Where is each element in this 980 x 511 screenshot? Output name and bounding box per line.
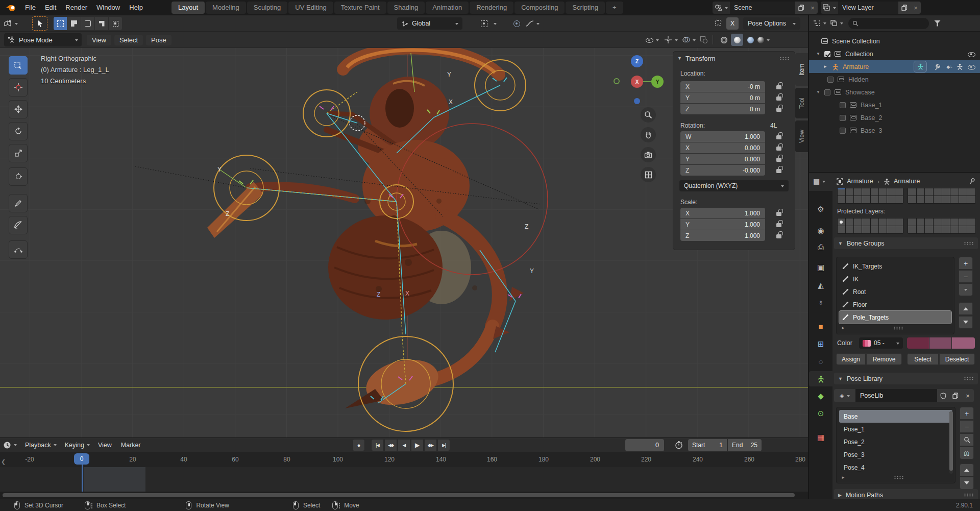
menu-file[interactable]: File	[20, 0, 40, 15]
breadcrumb-data[interactable]: Armature	[894, 178, 920, 185]
visibility-eye-icon[interactable]	[967, 63, 975, 70]
pose-apply-button[interactable]	[960, 433, 974, 446]
keying-menu[interactable]: Keying	[65, 442, 90, 449]
bone-group-move-up-button[interactable]	[959, 302, 973, 315]
lock-location-x[interactable]	[776, 82, 781, 89]
add-workspace-button[interactable]: +	[606, 2, 623, 14]
properties-tab-object-data[interactable]	[809, 371, 832, 386]
lock-scale-y[interactable]	[776, 220, 781, 227]
blender-logo-icon[interactable]	[5, 4, 16, 12]
viewport-menu-select[interactable]: Select	[114, 35, 143, 45]
view-layer-name-field[interactable]: View Layer	[838, 2, 898, 14]
timeline-view-menu[interactable]: View	[98, 442, 112, 449]
current-frame-field[interactable]: 0	[625, 439, 664, 451]
properties-tab-physics[interactable]: ◌	[809, 354, 832, 369]
menu-render[interactable]: Render	[61, 0, 92, 15]
rotation-lock-badge[interactable]: 4L	[770, 122, 777, 129]
properties-tab-render[interactable]: ◉	[809, 223, 832, 238]
outliner-row-base-2[interactable]: Base_2	[809, 111, 980, 124]
collection-checkbox[interactable]	[840, 102, 846, 108]
pose-sanitize-button[interactable]: 🕮	[960, 447, 974, 459]
proportional-edit-toggle[interactable]	[510, 17, 523, 30]
rotation-z-field[interactable]: Z-0.000	[680, 165, 765, 176]
timeline-ruler[interactable]: -20 0 20 40 60 80 100 120 140 160 180 20…	[0, 452, 808, 467]
tool-wrench-icon[interactable]	[934, 63, 941, 70]
playhead-frame-badge[interactable]: 0	[74, 453, 89, 465]
shading-rendered-button[interactable]	[757, 37, 770, 43]
list-expand-icon[interactable]: ►	[841, 475, 845, 480]
lock-location-y[interactable]	[776, 93, 781, 101]
scale-y-field[interactable]: Y1.000	[680, 219, 765, 230]
bone-group-specials-button[interactable]	[959, 283, 973, 296]
next-keyframe-button[interactable]: ◆▶	[424, 439, 437, 451]
transform-panel-header[interactable]: ▼ Transform	[673, 52, 795, 65]
pose-remove-button[interactable]: −	[960, 420, 974, 433]
location-y-field[interactable]: Y0 m	[680, 92, 765, 103]
sidebar-tab-view[interactable]: View	[795, 120, 808, 152]
viewport-menu-pose[interactable]: Pose	[146, 35, 172, 45]
pose-list-scrollbar[interactable]	[949, 411, 953, 474]
tool-measure-button[interactable]	[9, 216, 28, 234]
panel-grip-icon[interactable]	[964, 377, 974, 380]
snap-options-dropdown[interactable]	[494, 23, 497, 27]
workspace-tab-scripting[interactable]: Scripting	[566, 2, 605, 14]
frame-end-field[interactable]: End25	[728, 439, 762, 451]
color-normal-swatch[interactable]	[907, 337, 929, 349]
region-expand-arrow[interactable]: ❮	[1, 458, 6, 465]
collection-checkbox[interactable]	[840, 115, 846, 121]
assign-button[interactable]: Assign	[836, 353, 866, 365]
pose-item-pose-4[interactable]: Pose_4	[839, 461, 952, 474]
expand-icon[interactable]: ▼	[816, 90, 820, 94]
color-active-swatch[interactable]	[952, 337, 975, 349]
properties-tab-tool[interactable]: ⚙	[809, 202, 832, 217]
tool-annotate-button[interactable]	[9, 194, 28, 212]
bone-group-move-down-button[interactable]	[959, 316, 973, 329]
bone-group-remove-button[interactable]: −	[959, 270, 973, 283]
axis-z-handle[interactable]: Z	[631, 55, 643, 67]
sidebar-tab-item[interactable]: Item	[795, 53, 808, 86]
playback-menu[interactable]: Playback	[25, 442, 57, 449]
collection-checkbox[interactable]	[824, 51, 830, 57]
previous-frame-button[interactable]: ◀	[398, 439, 410, 451]
panel-grip-icon[interactable]	[964, 493, 974, 497]
rotation-y-field[interactable]: Y0.000	[680, 154, 765, 164]
select-mode-lasso-button[interactable]	[95, 17, 108, 30]
pose-mode-badge-icon[interactable]	[914, 61, 926, 72]
view-layer-copy-button[interactable]	[898, 2, 911, 14]
workspace-tab-sculpting[interactable]: Sculpting	[247, 2, 287, 14]
marker-menu[interactable]: Marker	[121, 442, 141, 449]
new-copy-button[interactable]	[949, 389, 962, 402]
tool-transform-button[interactable]	[9, 167, 28, 186]
sidebar-tab-tool[interactable]: Tool	[795, 88, 808, 118]
pose-item-pose-2[interactable]: Pose_2	[839, 435, 952, 448]
previous-keyframe-button[interactable]: ◀◆	[384, 439, 397, 451]
timeline-scrollbar[interactable]	[0, 492, 808, 499]
outliner-display-mode-dropdown[interactable]	[830, 20, 843, 27]
zoom-view-button[interactable]	[641, 107, 656, 123]
workspace-tab-layout[interactable]: Layout	[172, 2, 205, 14]
outliner-row-base-1[interactable]: Base_1	[809, 99, 980, 111]
bone-group-item-ik-targets[interactable]: IK_Targets	[839, 260, 951, 273]
overlays-dropdown[interactable]	[682, 36, 696, 44]
properties-editor-type-button[interactable]: ▤	[813, 177, 825, 185]
select-mode-tweak-button[interactable]	[54, 17, 67, 30]
properties-tab-texture[interactable]: ▦	[809, 430, 832, 445]
xray-toggle[interactable]	[700, 36, 708, 44]
scale-z-field[interactable]: Z1.000	[680, 230, 765, 241]
rotation-w-field[interactable]: W1.000	[680, 131, 765, 142]
falloff-dropdown[interactable]	[536, 23, 540, 27]
panel-grip-icon[interactable]	[964, 241, 974, 245]
properties-tab-constraints[interactable]: ⊞	[809, 336, 832, 352]
tool-pose-breakdowner-button[interactable]	[9, 240, 28, 259]
shading-solid-button[interactable]	[731, 34, 743, 46]
tool-move-button[interactable]	[9, 100, 28, 118]
pose-options-dropdown[interactable]: Pose Options	[743, 17, 800, 30]
pose-item-base[interactable]: Base	[839, 410, 952, 423]
pan-view-button[interactable]	[641, 127, 656, 142]
action-browse-button[interactable]: ◈	[834, 389, 855, 402]
scene-browse-button[interactable]	[713, 2, 730, 14]
expand-icon[interactable]: ▼	[816, 52, 820, 56]
outliner-row-showcase[interactable]: ▼ Showcase	[809, 86, 980, 99]
breadcrumb-object[interactable]: Armature	[847, 178, 873, 185]
outliner-editor-type-button[interactable]	[813, 20, 826, 27]
